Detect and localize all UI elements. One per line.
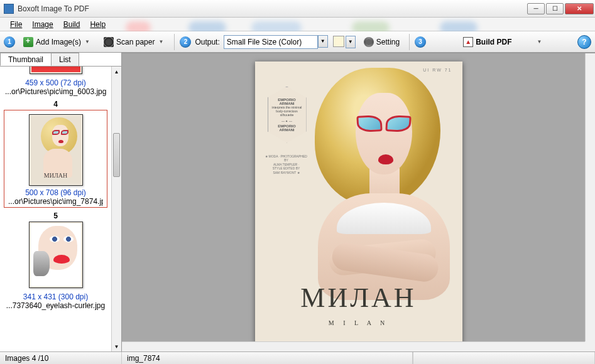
step-2-badge: 2 bbox=[180, 36, 191, 48]
preview-pane: UI RW 71 EMPORIO ARMANI interprets the m… bbox=[122, 53, 595, 351]
maximize-button[interactable]: ☐ bbox=[546, 3, 564, 14]
step-1-badge: 1 bbox=[4, 36, 15, 48]
status-image-count: Images 4 /10 bbox=[0, 352, 122, 364]
thumbs-inner: 459 x 500 (72 dpi) ...or\Pictures\pic\im… bbox=[0, 67, 111, 313]
app-icon bbox=[4, 4, 14, 14]
sidebar-scrollbar[interactable]: ▲ ▼ bbox=[111, 67, 121, 351]
build-pdf-button[interactable]: Build PDF ▼ bbox=[459, 35, 547, 50]
chevron-down-icon: ▼ bbox=[84, 39, 91, 45]
add-images-label: Add Image(s) bbox=[36, 38, 81, 46]
chevron-down-icon: ▼ bbox=[535, 39, 543, 45]
thumbnail-dimensions: 459 x 500 (72 dpi) bbox=[5, 78, 106, 87]
output-combo[interactable]: Small File Size (Color) ▼ bbox=[224, 35, 328, 49]
build-pdf-label: Build PDF bbox=[476, 38, 511, 46]
thumbnail-number: 4 bbox=[0, 100, 111, 109]
magazine-subtitle: M I L A N bbox=[255, 319, 462, 326]
status-right bbox=[413, 352, 595, 364]
magazine-title: МИЛАН bbox=[255, 282, 462, 314]
preview-scrollbar-vertical[interactable] bbox=[585, 53, 595, 341]
menu-bar: File Image Build Help bbox=[0, 18, 595, 31]
menu-build[interactable]: Build bbox=[58, 18, 85, 31]
thumbnail-path: ...7373640_eyelash-curler.jpg bbox=[5, 301, 106, 310]
magazine-top-note: UI RW 71 bbox=[423, 68, 452, 72]
scroll-down-icon[interactable]: ▼ bbox=[112, 341, 121, 351]
close-button[interactable]: ✕ bbox=[565, 3, 594, 14]
badge-title: EMPORIO ARMANI bbox=[272, 98, 302, 105]
separator bbox=[174, 34, 175, 50]
title-bar: Boxoft Image To PDF ─ ☐ ✕ bbox=[0, 0, 595, 18]
thumbnail-image[interactable] bbox=[29, 222, 83, 288]
chevron-down-icon[interactable]: ▼ bbox=[346, 36, 356, 48]
scroll-up-icon[interactable]: ▲ bbox=[112, 67, 121, 77]
content-area: Thumbnail List 459 x 500 (72 dpi) ...or\… bbox=[0, 53, 595, 351]
scanner-icon bbox=[104, 37, 114, 47]
step-3-badge: 3 bbox=[415, 36, 426, 48]
sidebar-tabs: Thumbnail List bbox=[0, 53, 121, 67]
window-controls: ─ ☐ ✕ bbox=[526, 3, 594, 14]
sidebar: Thumbnail List 459 x 500 (72 dpi) ...or\… bbox=[0, 53, 122, 351]
setting-label: Setting bbox=[376, 38, 400, 46]
status-current-file: img_7874 bbox=[122, 352, 413, 364]
add-images-button[interactable]: Add Image(s) ▼ bbox=[19, 35, 96, 50]
pdf-icon bbox=[463, 37, 473, 47]
gear-icon bbox=[364, 37, 374, 47]
thumbnail-dimensions: 341 x 431 (300 dpi) bbox=[5, 292, 106, 301]
thumbnail-path: ...or\Pictures\pic\img_7874.jpg bbox=[8, 197, 103, 206]
thumbnail-number: 5 bbox=[5, 211, 106, 220]
tab-thumbnail[interactable]: Thumbnail bbox=[0, 53, 52, 66]
scan-paper-label: Scan paper bbox=[116, 38, 155, 46]
status-bar: Images 4 /10 img_7874 bbox=[0, 351, 595, 364]
toolbar: 1 Add Image(s) ▼ Scan paper ▼ 2 Output: … bbox=[0, 31, 595, 53]
minimize-button[interactable]: ─ bbox=[527, 3, 545, 14]
thumbnail-image[interactable] bbox=[30, 67, 82, 74]
magazine-credit: ★ MODA · PHOTOGRAPHED BYALMA TEMPLER ·ST… bbox=[264, 154, 309, 175]
color-picker[interactable]: ▼ bbox=[332, 36, 356, 48]
menu-image[interactable]: Image bbox=[27, 18, 58, 31]
preview-scrollbar-horizontal[interactable] bbox=[122, 341, 585, 351]
badge-title2: EMPORIO ARMANI bbox=[272, 124, 302, 132]
magazine-lips-graphic bbox=[378, 154, 393, 164]
scroll-track[interactable] bbox=[113, 77, 120, 341]
background-color-swatch[interactable] bbox=[333, 36, 344, 47]
thumbnail-item-selected[interactable]: МИЛАН 500 x 708 (96 dpi) ...or\Pictures\… bbox=[4, 110, 107, 208]
output-label: Output: bbox=[195, 38, 219, 46]
help-button[interactable]: ? bbox=[577, 35, 591, 49]
thumbnail-item[interactable]: 459 x 500 (72 dpi) ...or\Pictures\pic\im… bbox=[0, 67, 111, 99]
scan-paper-button[interactable]: Scan paper ▼ bbox=[99, 35, 169, 50]
scroll-corner bbox=[585, 341, 595, 351]
thumbnail-item[interactable]: 5 341 x 431 (300 dpi) ...7373640_eyelash… bbox=[0, 208, 111, 313]
tab-list[interactable]: List bbox=[51, 53, 79, 66]
thumbnail-path: ...or\Pictures\pic\img_6003.jpg bbox=[5, 87, 106, 96]
menu-file[interactable]: File bbox=[5, 18, 27, 31]
window-title: Boxoft Image To PDF bbox=[18, 4, 526, 13]
thumbnail-item-group: 4 МИЛАН bbox=[0, 100, 111, 208]
menu-help[interactable]: Help bbox=[85, 18, 111, 31]
magazine-badge: EMPORIO ARMANI interprets the minimal bo… bbox=[268, 87, 307, 143]
separator bbox=[409, 34, 410, 50]
scroll-handle[interactable] bbox=[113, 133, 120, 177]
badge-text: interprets the minimal body-conscious si… bbox=[272, 105, 302, 117]
thumbnail-list: 459 x 500 (72 dpi) ...or\Pictures\pic\im… bbox=[0, 67, 121, 351]
output-value[interactable]: Small File Size (Color) bbox=[224, 35, 318, 49]
thumbnail-dimensions: 500 x 708 (96 dpi) bbox=[8, 188, 103, 197]
preview-page[interactable]: UI RW 71 EMPORIO ARMANI interprets the m… bbox=[255, 62, 462, 344]
thumbnail-image[interactable]: МИЛАН bbox=[29, 114, 83, 186]
chevron-down-icon: ▼ bbox=[157, 39, 165, 45]
setting-button[interactable]: Setting bbox=[359, 35, 404, 50]
add-icon bbox=[23, 37, 33, 47]
chevron-down-icon[interactable]: ▼ bbox=[318, 35, 328, 48]
